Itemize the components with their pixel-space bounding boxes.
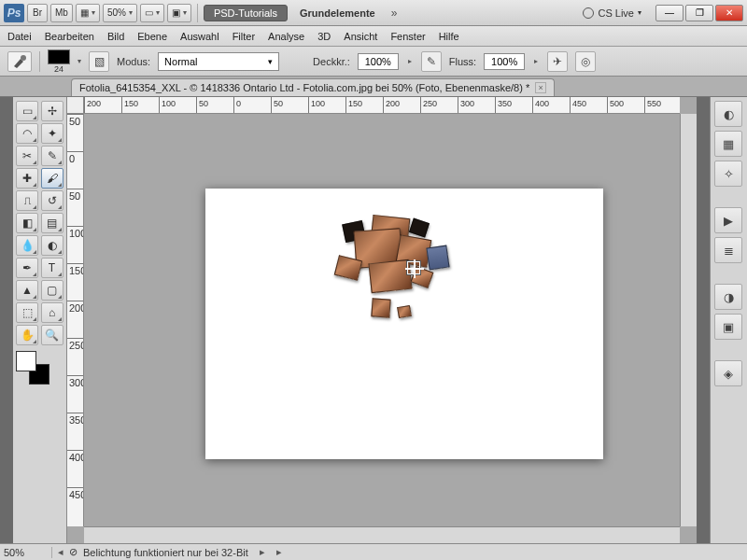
status-bar: 50% ◂ ⊘ Belichtung funktioniert nur bei … [0,543,747,560]
arrange-documents-dropdown[interactable]: ▭ [140,4,164,22]
artwork-cluster [317,217,486,338]
history-panel-icon[interactable]: ▶ [714,207,742,233]
pen-tool[interactable]: ✒ [16,258,38,278]
brush-panel-toggle[interactable]: ▧ [89,51,109,72]
lasso-tool[interactable]: ◠ [16,123,38,144]
zoom-level-dropdown[interactable]: 50% [103,4,137,22]
workspace: ▭ ✢ ◠ ✦ ✂ ✎ ✚ 🖌 ⎍ ↺ ◧ ▤ 💧 ◐ ✒ T ▲ ▢ ⬚ ⌂ … [0,97,747,543]
tablet-opacity-toggle[interactable]: ✎ [421,51,442,72]
mode-label: Modus: [117,56,150,67]
styles-panel-icon[interactable]: ✧ [714,161,742,187]
history-brush-tool[interactable]: ↺ [41,190,63,211]
document-tab[interactable]: Fotolia_6415354_XXL - © 1418336 Ontario … [71,78,555,96]
menu-analyse[interactable]: Analyse [268,31,304,42]
svg-point-0 [21,55,26,61]
current-tool-indicator[interactable] [7,51,32,72]
canvas-viewport[interactable] [84,114,680,526]
workspace-grundelemente[interactable]: Grundelemente [290,6,385,21]
canvas[interactable] [205,189,603,459]
flow-flyout-icon[interactable]: ▸ [532,57,540,65]
tools-panel: ▭ ✢ ◠ ✦ ✂ ✎ ✚ 🖌 ⎍ ↺ ◧ ▤ 💧 ◐ ✒ T ▲ ▢ ⬚ ⌂ … [13,97,67,543]
cs-live-label: CS Live [598,7,634,19]
rectangular-marquee-tool[interactable]: ▭ [16,101,38,121]
opacity-flyout-icon[interactable]: ▸ [406,57,414,65]
minibridge-button[interactable]: Mb [50,4,73,22]
tablet-size-toggle[interactable]: ◎ [575,51,596,72]
shape-tool[interactable]: ▢ [41,280,63,301]
actions-panel-icon[interactable]: ≣ [714,237,742,263]
crop-tool[interactable]: ✂ [16,146,38,166]
document-area: 2001501005005010015020025030035040045050… [67,97,697,543]
application-bar: Ps Br Mb ▦ 50% ▭ ▣ PSD-Tutorials Grundel… [0,0,747,26]
type-tool[interactable]: T [41,258,63,278]
adjustments-panel-icon[interactable]: ◑ [714,284,742,310]
vertical-scrollbar[interactable] [680,114,697,526]
cs-live-icon [583,7,594,19]
maximize-button[interactable]: ❐ [685,5,713,21]
status-info-icon: ⊘ [69,546,78,558]
brush-size-label: 24 [54,64,63,74]
status-menu-icon[interactable]: ▸ [271,546,288,558]
screen-mode-dropdown[interactable]: ▣ [167,4,191,22]
vertical-ruler[interactable]: 50050100150200250300350400450 [67,114,84,526]
menu-hilfe[interactable]: Hilfe [439,31,459,42]
airbrush-toggle[interactable]: ✈ [547,51,568,72]
menu-bild[interactable]: Bild [107,31,124,42]
move-tool[interactable]: ✢ [41,101,63,121]
horizontal-ruler[interactable]: 2001501005005010015020025030035040045050… [84,97,680,114]
path-selection-tool[interactable]: ▲ [16,280,38,301]
gradient-tool[interactable]: ▤ [41,213,63,233]
opacity-label: Deckkr.: [313,56,350,67]
foreground-color-swatch[interactable] [16,351,36,371]
menu-filter[interactable]: Filter [233,31,255,42]
flow-input[interactable]: 100% [484,53,525,70]
right-dock-collapse[interactable] [697,97,710,543]
view-extras-dropdown[interactable]: ▦ [76,4,100,22]
3d-camera-tool[interactable]: ⌂ [41,302,63,323]
color-swatches[interactable] [16,351,53,385]
eraser-tool[interactable]: ◧ [16,213,38,233]
swatches-panel-icon[interactable]: ▦ [714,131,742,157]
masks-panel-icon[interactable]: ▣ [714,314,742,340]
clone-stamp-tool[interactable]: ⎍ [16,190,38,211]
menu-ebene[interactable]: Ebene [137,31,167,42]
eyedropper-tool[interactable]: ✎ [41,146,63,166]
options-bar: 24 ▾ ▧ Modus: Normal ▾ Deckkr.: 100% ▸ ✎… [0,47,747,77]
zoom-tool[interactable]: 🔍 [41,325,63,345]
status-next-icon[interactable]: ▸ [254,546,271,558]
menu-datei[interactable]: Datei [7,31,32,42]
brush-preset-picker[interactable]: 24 [48,49,70,74]
menu-fenster[interactable]: Fenster [390,31,425,42]
brush-tool[interactable]: 🖌 [41,168,63,189]
cs-live-button[interactable]: CS Live ▾ [577,7,647,19]
menu-3d[interactable]: 3D [317,31,331,42]
minimize-button[interactable]: — [655,5,684,21]
menu-bearbeiten[interactable]: Bearbeiten [45,31,94,42]
blur-tool[interactable]: 💧 [16,235,38,256]
hand-tool[interactable]: ✋ [16,325,38,345]
menu-ansicht[interactable]: Ansicht [344,31,377,42]
workspace-more-icon[interactable]: » [388,7,402,20]
color-panel-icon[interactable]: ◐ [714,101,742,127]
flow-label: Fluss: [449,56,476,67]
opacity-input[interactable]: 100% [358,53,399,70]
3d-tool[interactable]: ⬚ [16,302,38,323]
brush-cursor-icon [407,261,420,274]
close-tab-icon[interactable]: × [535,82,546,93]
workspace-psd-tutorials[interactable]: PSD-Tutorials [204,5,288,21]
horizontal-scrollbar[interactable] [84,526,680,543]
dodge-tool[interactable]: ◐ [41,235,63,256]
ruler-origin[interactable] [67,97,84,114]
healing-brush-tool[interactable]: ✚ [16,168,38,189]
quick-selection-tool[interactable]: ✦ [41,123,63,144]
close-button[interactable]: ✕ [715,5,743,21]
photoshop-logo-icon[interactable]: Ps [4,4,24,22]
blend-mode-select[interactable]: Normal ▾ [158,52,279,71]
left-dock-collapse[interactable] [0,97,13,543]
layers-panel-icon[interactable]: ◈ [714,360,742,386]
status-zoom[interactable]: 50% [0,547,52,558]
menu-auswahl[interactable]: Auswahl [180,31,219,42]
bridge-button[interactable]: Br [27,4,48,22]
brush-swatch [48,49,70,64]
status-prev-icon[interactable]: ◂ [52,546,69,558]
